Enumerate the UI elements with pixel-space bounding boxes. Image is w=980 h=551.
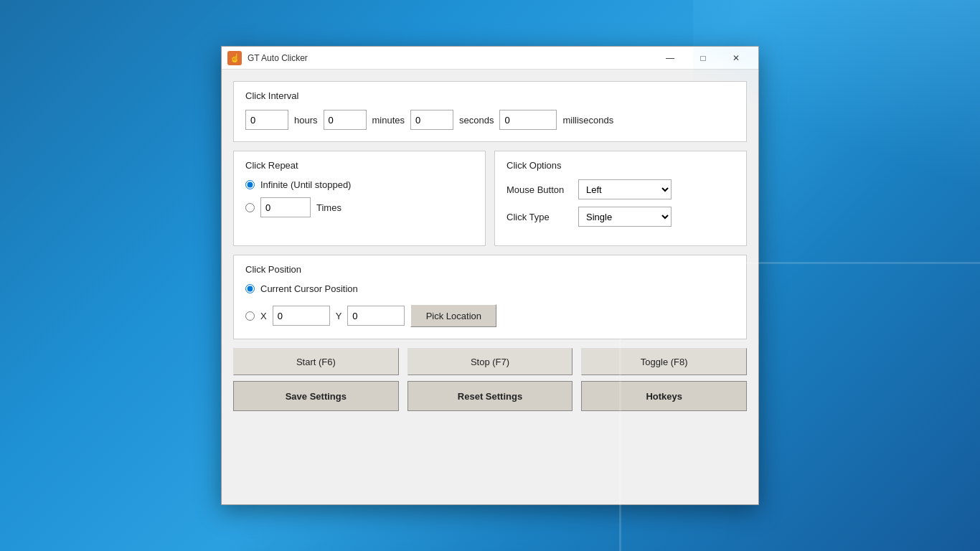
click-repeat-section: Click Repeat Infinite (Until stopped) Ti…: [233, 151, 486, 246]
ms-unit: milliseconds: [562, 115, 613, 126]
toggle-button[interactable]: Toggle (F8): [581, 348, 747, 375]
reset-settings-button[interactable]: Reset Settings: [407, 381, 573, 411]
window-body: Click Interval hours minutes seconds mil…: [222, 70, 758, 428]
times-radio[interactable]: [245, 203, 255, 212]
save-settings-button[interactable]: Save Settings: [233, 381, 399, 411]
click-position-label: Click Position: [245, 264, 735, 275]
title-bar: ☝ GT Auto Clicker — □ ✕: [222, 47, 758, 70]
click-options-section: Click Options Mouse Button Left Middle R…: [494, 151, 747, 246]
click-repeat-label: Click Repeat: [245, 160, 473, 171]
milliseconds-input[interactable]: [499, 110, 557, 130]
mouse-button-select[interactable]: Left Middle Right: [578, 179, 672, 199]
window-title: GT Auto Clicker: [248, 53, 654, 63]
cursor-label[interactable]: Current Cursor Position: [260, 283, 358, 294]
seconds-unit: seconds: [459, 115, 494, 126]
infinite-label[interactable]: Infinite (Until stopped): [260, 179, 351, 190]
click-options-label: Click Options: [507, 160, 735, 171]
interval-row: hours minutes seconds milliseconds: [245, 110, 735, 130]
control-buttons-row: Start (F6) Stop (F7) Toggle (F8): [233, 348, 747, 375]
xy-row: X Y Pick Location: [245, 304, 735, 327]
x-label: X: [260, 311, 267, 321]
click-position-section: Click Position Current Cursor Position X…: [233, 255, 747, 339]
app-window: ☝ GT Auto Clicker — □ ✕ Click Interval h…: [221, 46, 759, 505]
mouse-button-label: Mouse Button: [507, 184, 571, 195]
current-cursor-row: Current Cursor Position: [245, 283, 735, 294]
app-icon: ☝: [227, 51, 242, 65]
hours-input[interactable]: [245, 110, 288, 130]
settings-buttons-row: Save Settings Reset Settings Hotkeys: [233, 381, 747, 411]
minutes-unit: minutes: [372, 115, 405, 126]
times-input[interactable]: [260, 197, 311, 217]
start-button[interactable]: Start (F6): [233, 348, 399, 375]
cursor-radio[interactable]: [245, 284, 255, 293]
times-radio-row: Times: [245, 197, 473, 217]
click-interval-label: Click Interval: [245, 90, 735, 101]
hotkeys-button[interactable]: Hotkeys: [581, 381, 747, 411]
pick-location-button[interactable]: Pick Location: [410, 304, 496, 327]
app-icon-symbol: ☝: [230, 53, 240, 63]
infinite-radio-row: Infinite (Until stopped): [245, 179, 473, 190]
minimize-button[interactable]: —: [654, 47, 687, 70]
y-label: Y: [336, 311, 342, 321]
infinite-radio[interactable]: [245, 180, 255, 189]
close-button[interactable]: ✕: [720, 47, 753, 70]
y-input[interactable]: [347, 306, 405, 326]
xy-radio[interactable]: [245, 311, 255, 321]
click-type-label: Click Type: [507, 212, 571, 222]
click-interval-section: Click Interval hours minutes seconds mil…: [233, 81, 747, 142]
stop-button[interactable]: Stop (F7): [407, 348, 573, 375]
x-input[interactable]: [273, 306, 330, 326]
middle-row: Click Repeat Infinite (Until stopped) Ti…: [233, 151, 747, 246]
seconds-input[interactable]: [410, 110, 453, 130]
hours-unit: hours: [294, 115, 318, 126]
click-type-row: Click Type Single Double: [507, 207, 735, 227]
window-controls: — □ ✕: [654, 47, 753, 70]
click-type-select[interactable]: Single Double: [578, 207, 672, 227]
minutes-input[interactable]: [324, 110, 367, 130]
maximize-button[interactable]: □: [687, 47, 720, 70]
mouse-button-row: Mouse Button Left Middle Right: [507, 179, 735, 199]
times-label: Times: [316, 202, 341, 213]
